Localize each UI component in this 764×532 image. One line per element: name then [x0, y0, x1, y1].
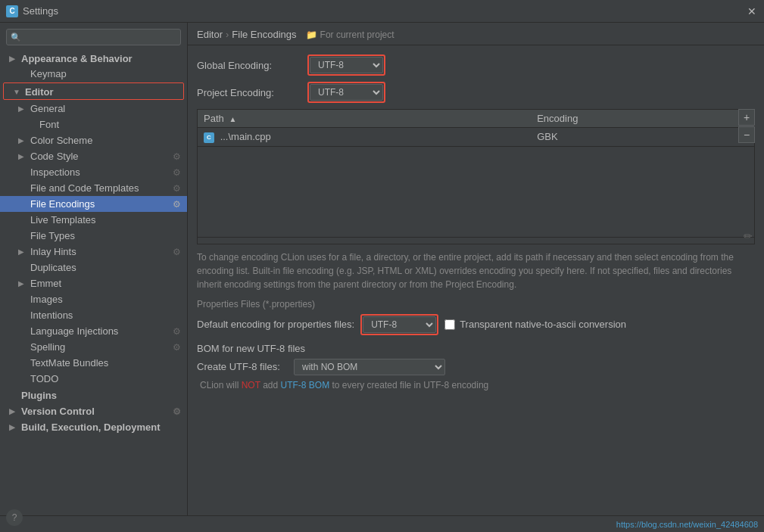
- settings-icon: ⚙: [173, 199, 181, 210]
- sidebar-item-label: Inlay Hints: [30, 246, 76, 257]
- properties-section: Properties Files (*.properties) Default …: [197, 299, 755, 335]
- sidebar-item-emmet[interactable]: ▶ Emmet: [0, 275, 187, 291]
- sidebar-item-label: Keymap: [30, 68, 67, 79]
- sidebar-item-file-encodings[interactable]: File Encodings ⚙: [0, 196, 187, 212]
- file-path-cell: C ...\main.cpp: [198, 128, 531, 147]
- encoding-column-header: Encoding: [531, 110, 754, 128]
- sidebar-item-label: Duplicates: [30, 262, 76, 273]
- project-encoding-select[interactable]: UTF-8 UTF-16 ISO-8859-1 GBK ASCII: [310, 84, 383, 101]
- sidebar-item-label: Inspections: [30, 166, 80, 178]
- sidebar-item-font[interactable]: Font: [0, 117, 187, 132]
- sidebar-item-inspections[interactable]: Inspections ⚙: [0, 164, 187, 180]
- panel-body: Global Encoding: UTF-8 UTF-16 ISO-8859-1…: [188, 45, 764, 515]
- sidebar-item-version-control[interactable]: ▶ Version Control ⚙: [0, 403, 187, 418]
- for-current-project-label: For current project: [320, 30, 394, 40]
- sidebar-item-code-style[interactable]: ▶ Code Style ⚙: [0, 148, 187, 164]
- main-content: 🔍 ▶ Appearance & Behavior Keymap ▼ Edito…: [0, 23, 764, 515]
- sidebar-item-todo[interactable]: TODO: [0, 371, 187, 387]
- search-input[interactable]: [6, 29, 181, 45]
- sidebar-item-textmate-bundles[interactable]: TextMate Bundles: [0, 355, 187, 371]
- app-icon: C: [6, 5, 18, 17]
- sidebar-item-label: Version Control: [21, 406, 95, 417]
- bom-row: Create UTF-8 files: with NO BOM with BOM: [197, 359, 755, 375]
- right-panel: Editor › File Encodings 📁 For current pr…: [188, 23, 764, 515]
- arrow-icon: ▶: [18, 136, 29, 145]
- properties-section-header: Properties Files (*.properties): [197, 299, 755, 310]
- settings-icon: ⚙: [173, 151, 181, 162]
- warning-not-text: NOT: [242, 380, 260, 390]
- breadcrumb-current: File Encodings: [232, 29, 296, 40]
- create-utf8-label: Create UTF-8 files:: [197, 361, 288, 372]
- default-encoding-select[interactable]: UTF-8 UTF-16 ISO-8859-1 GBK ASCII: [363, 316, 436, 333]
- add-row-button[interactable]: +: [738, 109, 755, 126]
- global-encoding-dropdown-border: UTF-8 UTF-16 ISO-8859-1 GBK ASCII: [307, 54, 385, 76]
- for-current-project: 📁 For current project: [306, 30, 394, 40]
- cpp-icon: C: [204, 132, 214, 143]
- global-encoding-label: Global Encoding:: [197, 60, 303, 71]
- arrow-icon: ▶: [9, 423, 20, 431]
- settings-icon: ⚙: [173, 247, 181, 257]
- sidebar-item-label: Font: [39, 119, 59, 130]
- file-table: Path ▲ Encoding C: [198, 110, 754, 238]
- sidebar-item-duplicates[interactable]: Duplicates: [0, 260, 187, 275]
- project-encoding-row: Project Encoding: UTF-8 UTF-16 ISO-8859-…: [197, 82, 755, 103]
- sidebar-item-label: File and Code Templates: [30, 182, 139, 194]
- sidebar-item-label: Language Injections: [30, 325, 118, 337]
- sidebar-item-spelling[interactable]: Spelling ⚙: [0, 339, 187, 355]
- sidebar-item-color-scheme[interactable]: ▶ Color Scheme: [0, 132, 187, 148]
- sidebar-item-file-types[interactable]: File Types: [0, 228, 187, 244]
- sidebar-item-live-templates[interactable]: Live Templates: [0, 212, 187, 228]
- table-row[interactable]: C ...\main.cpp GBK: [198, 128, 754, 147]
- sidebar-item-label: Live Templates: [30, 214, 95, 226]
- default-encoding-label: Default encoding for properties files:: [197, 319, 354, 330]
- arrow-icon: ▶: [18, 104, 29, 113]
- create-utf8-select[interactable]: with NO BOM with BOM: [294, 359, 445, 375]
- breadcrumb-separator: ›: [226, 29, 229, 40]
- sidebar-item-label: Build, Execution, Deployment: [21, 422, 160, 433]
- bottom-bar: ? https://blog.csdn.net/weixin_42484608: [0, 515, 764, 532]
- sidebar-item-appearance-behavior[interactable]: ▶ Appearance & Behavior: [0, 50, 187, 66]
- sidebar-item-images[interactable]: Images: [0, 291, 187, 307]
- edit-icon[interactable]: ✏: [744, 230, 753, 242]
- settings-icon: ⚙: [173, 342, 181, 353]
- settings-icon: ⚙: [173, 406, 181, 417]
- sidebar-item-label: File Types: [30, 230, 75, 241]
- sidebar-item-intentions[interactable]: Intentions: [0, 307, 187, 323]
- sidebar-item-plugins[interactable]: Plugins: [0, 387, 187, 403]
- file-table-wrapper: Path ▲ Encoding C: [197, 109, 755, 244]
- sidebar-item-label: TODO: [30, 373, 58, 384]
- project-encoding-label: Project Encoding:: [197, 87, 303, 98]
- sidebar-item-keymap[interactable]: Keymap: [0, 66, 187, 82]
- project-encoding-dropdown-border: UTF-8 UTF-16 ISO-8859-1 GBK ASCII: [307, 82, 385, 103]
- settings-window: C Settings ✕ 🔍 ▶ Appearance & Behavior K…: [0, 0, 764, 532]
- sidebar-item-label: Appearance & Behavior: [21, 53, 133, 64]
- path-column-header: Path ▲: [198, 110, 531, 128]
- sidebar-item-language-injections[interactable]: Language Injections ⚙: [0, 323, 187, 339]
- warning-bom-text: UTF-8 BOM: [281, 380, 330, 390]
- bom-section-title: BOM for new UTF-8 files: [197, 343, 755, 354]
- sidebar-item-general[interactable]: ▶ General: [0, 101, 187, 117]
- global-encoding-row: Global Encoding: UTF-8 UTF-16 ISO-8859-1…: [197, 54, 755, 76]
- sidebar-item-editor[interactable]: ▼ Editor: [4, 83, 183, 99]
- remove-row-button[interactable]: −: [738, 126, 755, 143]
- sidebar-item-label: Plugins: [21, 390, 57, 401]
- transparent-checkbox-row: Transparent native-to-ascii conversion: [444, 319, 626, 330]
- sidebar-item-label: General: [30, 103, 65, 114]
- close-button[interactable]: ✕: [746, 5, 758, 17]
- sidebar-item-file-code-templates[interactable]: File and Code Templates ⚙: [0, 180, 187, 196]
- global-encoding-select[interactable]: UTF-8 UTF-16 ISO-8859-1 GBK ASCII: [310, 57, 383, 73]
- help-button[interactable]: ?: [6, 509, 23, 526]
- warning-text: CLion will NOT add UTF-8 BOM to every cr…: [197, 380, 755, 390]
- title-bar: C Settings ✕: [0, 0, 764, 23]
- arrow-icon: ▶: [18, 279, 29, 288]
- settings-icon: ⚙: [173, 167, 181, 178]
- transparent-checkbox[interactable]: [444, 319, 455, 330]
- sidebar-item-label: TextMate Bundles: [30, 357, 108, 369]
- arrow-icon: ▶: [9, 407, 20, 415]
- panel-header: Editor › File Encodings 📁 For current pr…: [188, 23, 764, 45]
- sidebar-item-label: Color Scheme: [30, 135, 92, 146]
- sidebar-item-inlay-hints[interactable]: ▶ Inlay Hints ⚙: [0, 244, 187, 260]
- sidebar-item-build-execution-deployment[interactable]: ▶ Build, Execution, Deployment: [0, 418, 187, 434]
- folder-icon: 📁: [306, 30, 317, 40]
- search-icon: 🔍: [11, 33, 21, 42]
